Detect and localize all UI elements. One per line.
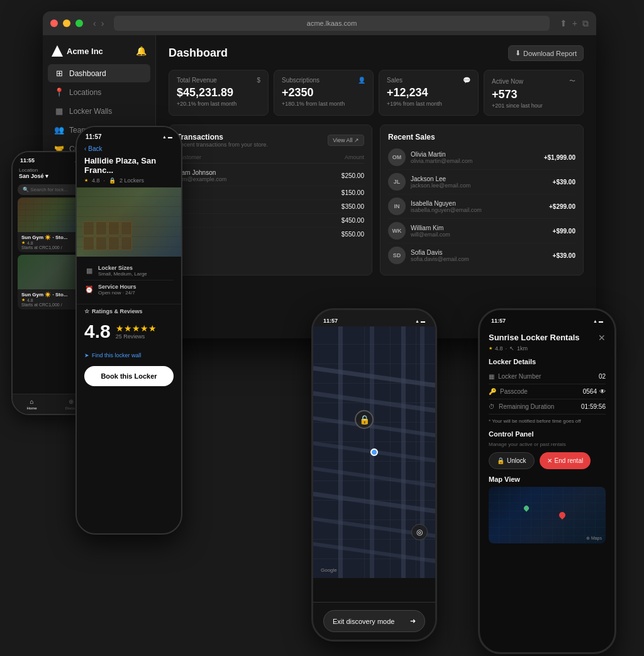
stat-value: +12,234	[387, 86, 470, 99]
customer-info	[177, 231, 341, 238]
chevron-left-icon: ‹	[84, 145, 86, 152]
locker-sizes-icon: ▦	[84, 267, 94, 275]
sidebar-item-locker-walls[interactable]: ▦ Locker Walls	[48, 102, 150, 120]
map-area[interactable]: 🔒 ◎ Google	[313, 326, 435, 578]
unlock-button[interactable]: 🔒 Unlock	[489, 452, 535, 469]
stats-row: Total Revenue $ $45,231.89 +20.1% from l…	[169, 70, 584, 116]
sales-name: Jackson Lee	[411, 175, 470, 182]
wifi-icon: ▲	[415, 319, 419, 323]
compass-button[interactable]: ◎	[411, 524, 428, 540]
address-bar[interactable]: acme.lkaas.com	[114, 16, 549, 31]
map-view-section: Map View ⊕ Maps	[489, 475, 606, 543]
remaining-row: ⏱ Remaining Duration 01:59:56	[489, 399, 606, 414]
new-tab-icon[interactable]: +	[572, 18, 577, 29]
view-all-button[interactable]: View All ↗	[328, 135, 364, 146]
stat-value: $45,231.89	[177, 86, 260, 99]
table-row: Liam Johnson liam@example.com $250.00	[177, 166, 364, 186]
avatar: JL	[388, 173, 406, 191]
sales-amount: +$299.00	[549, 203, 575, 210]
eye-icon[interactable]: 👁	[599, 388, 606, 395]
share-icon[interactable]: ⬆	[560, 18, 567, 29]
bell-icon[interactable]: 🔔	[136, 46, 147, 56]
logo-icon	[52, 45, 63, 57]
sales-amount: +$1,999.00	[544, 154, 575, 161]
customer-email: liam@example.com	[177, 176, 341, 182]
user-icon: 👤	[358, 77, 365, 84]
arrow-icon: ↗	[354, 137, 359, 143]
exit-icon: ➜	[410, 617, 416, 625]
rental-meta: ★ 4.8 · ↖ 1km	[489, 345, 606, 352]
statusbar: 11:57 ▲ ▬	[313, 310, 435, 326]
rating-details: ★★★★★ 25 Reviews	[116, 323, 157, 340]
nav-home[interactable]: ⌂ Home	[26, 398, 36, 410]
time-display: 11:57	[86, 133, 102, 140]
dollar-icon: $	[257, 77, 260, 84]
stat-card-active: Active Now 〜 +573 +201 since last hour	[484, 70, 584, 116]
distance-separator: ·	[506, 345, 508, 352]
sales-row: SD Sofia Davis sofia.davis@email.com +$3…	[388, 243, 575, 267]
tabs-icon[interactable]: ⧉	[582, 18, 589, 29]
rental-title: Sunrise Locker Rentals	[489, 333, 580, 343]
feature-value: Open now · 24/7	[98, 290, 136, 296]
sidebar-item-label: Locker Walls	[69, 107, 112, 116]
sales-row: WK William Kim will@email.com +$99.00	[388, 219, 575, 243]
star-icon: ★	[21, 240, 25, 245]
statusbar: 11:57 ▲ ▬	[480, 310, 614, 326]
location-meta: ★ 4.8	[21, 240, 83, 245]
star-icon: ★	[21, 297, 25, 303]
exit-discovery-button[interactable]: Exit discovery mode ➜	[323, 610, 425, 632]
end-rental-button[interactable]: ✕ End rental	[540, 452, 591, 469]
sales-row: IN Isabella Nguyen isabella.nguyen@email…	[388, 194, 575, 219]
transactions-title-group: Transactions Recent transactions from yo…	[177, 133, 268, 148]
search-icon: 🔍	[23, 187, 30, 192]
traffic-light-minimize[interactable]	[63, 19, 70, 27]
sales-left: SD Sofia Davis sofia.davis@email.com	[388, 247, 469, 264]
stat-label: Total Revenue $	[177, 77, 260, 84]
traffic-light-fullscreen[interactable]	[75, 19, 83, 27]
back-icon[interactable]: ‹	[93, 18, 96, 28]
customer-info	[177, 217, 341, 224]
back-button[interactable]: ‹ Back	[77, 142, 181, 156]
remaining-label: ⏱ Remaining Duration	[489, 403, 554, 410]
sales-email: olivia.martin@email.com	[411, 158, 472, 164]
close-button[interactable]: ✕	[598, 333, 606, 343]
find-wall-link[interactable]: ➤ Find this locker wall	[77, 348, 181, 362]
control-panel-subtitle: Manage your active or past rentals	[489, 442, 606, 447]
battery-icon: ▬	[168, 135, 172, 139]
traffic-light-close[interactable]	[50, 19, 58, 27]
control-panel: Control Panel Manage your active or past…	[489, 430, 606, 469]
time-display: 11:57	[491, 318, 506, 324]
sidebar-item-locations[interactable]: 📍 Locations	[48, 83, 150, 101]
sidebar-item-label: Dashboard	[69, 69, 106, 78]
sales-left: OM Olivia Martin olivia.martin@email.com	[388, 148, 472, 166]
team-icon: 👥	[54, 125, 64, 135]
stat-change: +20.1% from last month	[177, 101, 260, 107]
locker-details-title: Locker Details	[489, 358, 606, 365]
mini-map[interactable]: ⊕ Maps	[489, 487, 606, 543]
sales-info: Olivia Martin olivia.martin@email.com	[411, 151, 472, 164]
sales-name: Sofia Davis	[411, 249, 469, 256]
locker-pin[interactable]: 🔒	[355, 410, 374, 429]
sidebar-item-label: Locations	[69, 88, 101, 97]
transaction-amount: $250.00	[341, 172, 364, 179]
panel-header: Recent Sales	[388, 133, 575, 142]
forward-icon[interactable]: ›	[101, 18, 104, 28]
feature-info: Service Hours Open now · 24/7	[98, 284, 136, 296]
download-report-button[interactable]: ⬇ Download Report	[508, 45, 584, 61]
location-price: Starts at CRC1,000 /	[21, 245, 83, 250]
sales-info: William Kim will@email.com	[411, 225, 450, 238]
panel-title: Transactions	[177, 133, 268, 142]
sidebar-item-dashboard[interactable]: ⊞ Dashboard	[48, 64, 150, 82]
table-row: $450.00	[177, 214, 364, 228]
book-locker-button[interactable]: Book this Locker	[84, 366, 174, 386]
star-icon: ★	[489, 346, 492, 351]
stat-label: Subscriptions 👤	[282, 77, 365, 84]
sales-info: Sofia Davis sofia.davis@email.com	[411, 249, 469, 262]
rating-number: 4.8	[84, 321, 111, 342]
key-icon: 🔑	[489, 388, 496, 395]
sales-email: jackson.lee@email.com	[411, 182, 470, 189]
wifi-icon: ▲	[593, 319, 597, 323]
locker-sizes-row: ▦ Locker Sizes Small, Medium, Large	[84, 262, 174, 281]
map-view-title: Map View	[489, 475, 606, 483]
page-title: Dashboard	[169, 47, 228, 60]
